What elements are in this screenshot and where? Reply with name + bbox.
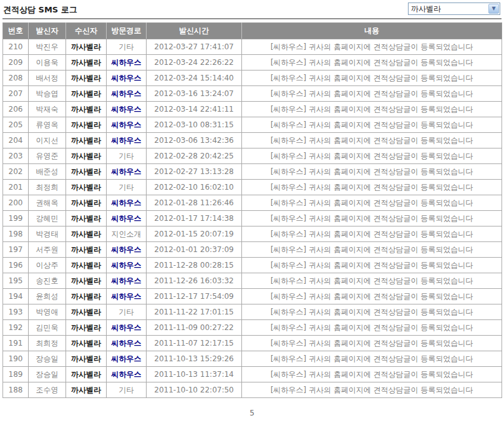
cell-receiver: 까사벨라 (66, 86, 107, 102)
cell-receiver: 까사벨라 (66, 320, 107, 336)
cell-receiver: 까사벨라 (66, 273, 107, 289)
cell-visit-path-link[interactable]: 씨하우스 (107, 86, 147, 102)
cell-content: [씨하우스] 귀사의 홈페이지에 견적상담글이 등록되었습니다 (242, 180, 502, 195)
cell-send-time: 2012-03-27 17:41:07 (147, 39, 242, 55)
cell-sender: 이지선 (29, 133, 66, 148)
cell-send-time: 2012-02-28 20:42:25 (147, 148, 242, 164)
cell-sender: 장승일 (29, 351, 66, 367)
cell-receiver: 까사벨라 (66, 102, 107, 117)
cell-visit-path-link[interactable]: 씨하우스 (107, 242, 147, 258)
table-row: 195 송진호 까사벨라 씨하우스 2011-12-26 16:03:32 [씨… (3, 273, 502, 289)
cell-visit-path-link[interactable]: 씨하우스 (107, 117, 147, 133)
cell-sender: 유영준 (29, 148, 66, 164)
cell-no: 198 (3, 226, 29, 242)
cell-sender: 박승엽 (29, 86, 66, 102)
cell-visit-path: 기타 (107, 180, 147, 195)
table-row: 208 배서정 까사벨라 씨하우스 2012-03-24 15:14:40 [씨… (3, 71, 502, 86)
table-row: 199 강혜민 까사벨라 씨하우스 2012-01-17 17:14:38 [씨… (3, 211, 502, 226)
page-link-5[interactable]: 5 (0, 406, 504, 433)
sms-table-body: 210 박진우 까사벨라 기타 2012-03-27 17:41:07 [씨하우… (3, 39, 502, 398)
table-row: 202 배준성 까사벨라 씨하우스 2012-02-27 13:13:28 [씨… (3, 164, 502, 180)
cell-sender: 서주원 (29, 242, 66, 258)
sms-log-page: 견적상담 SMS 로그 까사벨라 ▼ 번호 발신자 수신자 방문경로 발신시간 … (0, 0, 504, 433)
cell-receiver: 까사벨라 (66, 71, 107, 86)
cell-no: 197 (3, 242, 29, 258)
cell-content: [씨하우스] 귀사의 홈페이지에 견적상담글이 등록되었습니다 (242, 320, 502, 336)
cell-no: 204 (3, 133, 29, 148)
cell-no: 208 (3, 71, 29, 86)
cell-visit-path-link[interactable]: 씨하우스 (107, 258, 147, 273)
cell-receiver: 까사벨라 (66, 195, 107, 211)
page-links: 1|2|3|4|5|6|7|8|9 (0, 406, 504, 433)
cell-visit-path-link[interactable]: 씨하우스 (107, 336, 147, 351)
cell-visit-path-link[interactable]: 씨하우스 (107, 55, 147, 71)
sms-log-table: 번호 발신자 수신자 방문경로 발신시간 내용 210 박진우 까사벨라 기타 … (2, 22, 502, 398)
cell-visit-path: 기타 (107, 304, 147, 320)
cell-no: 206 (3, 102, 29, 117)
cell-no: 207 (3, 86, 29, 102)
company-filter-select[interactable]: 까사벨라 ▼ (408, 2, 500, 15)
cell-send-time: 2012-02-27 13:13:28 (147, 164, 242, 180)
cell-sender: 최희정 (29, 336, 66, 351)
cell-receiver: 까사벨라 (66, 242, 107, 258)
cell-visit-path-link[interactable]: 씨하우스 (107, 289, 147, 304)
cell-receiver: 까사벨라 (66, 39, 107, 55)
cell-sender: 배서정 (29, 71, 66, 86)
cell-no: 205 (3, 117, 29, 133)
cell-content: [씨하우스] 귀사의 홈페이지에 견적상담글이 등록되었습니다 (242, 71, 502, 86)
cell-content: [씨하우스] 귀사의 홈페이지에 견적상담글이 등록되었습니다 (242, 133, 502, 148)
table-row: 200 권해옥 까사벨라 씨하우스 2012-01-28 11:26:46 [씨… (3, 195, 502, 211)
cell-sender: 윤희성 (29, 289, 66, 304)
cell-sender: 강혜민 (29, 211, 66, 226)
cell-sender: 이상주 (29, 258, 66, 273)
cell-visit-path-link[interactable]: 씨하우스 (107, 71, 147, 86)
cell-sender: 김민욱 (29, 320, 66, 336)
cell-sender: 박영애 (29, 304, 66, 320)
cell-no: 199 (3, 211, 29, 226)
cell-no: 191 (3, 336, 29, 351)
cell-send-time: 2011-10-10 22:07:50 (147, 382, 242, 398)
table-row: 196 이상주 까사벨라 씨하우스 2011-12-28 00:28:15 [씨… (3, 258, 502, 273)
table-row: 209 이용욱 까사벨라 씨하우스 2012-03-24 22:26:22 [씨… (3, 55, 502, 71)
cell-visit-path-link[interactable]: 씨하우스 (107, 133, 147, 148)
cell-send-time: 2011-10-13 11:37:14 (147, 367, 242, 382)
cell-receiver: 까사벨라 (66, 336, 107, 351)
col-header-visit-path: 방문경로 (107, 23, 147, 39)
cell-content: [씨하우스] 귀사의 홈페이지에 견적상담글이 등록되었습니다 (242, 102, 502, 117)
cell-visit-path-link[interactable]: 씨하우스 (107, 351, 147, 367)
page-title: 견적상담 SMS 로그 (3, 4, 77, 16)
col-header-receiver: 수신자 (66, 23, 107, 39)
chevron-down-icon: ▼ (488, 4, 499, 14)
cell-content: [씨하우스] 귀사의 홈페이지에 견적상담글이 등록되었습니다 (242, 55, 502, 71)
cell-content: [씨하우스] 귀사의 홈페이지에 견적상담글이 등록되었습니다 (242, 273, 502, 289)
cell-send-time: 2012-01-15 20:07:19 (147, 226, 242, 242)
cell-no: 201 (3, 180, 29, 195)
cell-visit-path-link[interactable]: 씨하우스 (107, 164, 147, 180)
cell-send-time: 2011-12-17 17:54:09 (147, 289, 242, 304)
cell-visit-path-link[interactable]: 씨하우스 (107, 195, 147, 211)
cell-content: [씨하우스] 귀사의 홈페이지에 견적상담글이 등록되었습니다 (242, 304, 502, 320)
table-row: 201 최정희 까사벨라 기타 2012-02-10 16:02:10 [씨하우… (3, 180, 502, 195)
cell-no: 189 (3, 367, 29, 382)
title-divider (2, 18, 502, 19)
cell-receiver: 까사벨라 (66, 211, 107, 226)
table-row: 190 장승일 까사벨라 씨하우스 2011-10-13 15:29:26 [씨… (3, 351, 502, 367)
table-row: 204 이지선 까사벨라 씨하우스 2012-03-06 13:42:36 [씨… (3, 133, 502, 148)
table-row: 198 박경태 까사벨라 지인소개 2012-01-15 20:07:19 [씨… (3, 226, 502, 242)
cell-visit-path-link[interactable]: 씨하우스 (107, 367, 147, 382)
cell-visit-path-link[interactable]: 씨하우스 (107, 211, 147, 226)
cell-no: 196 (3, 258, 29, 273)
cell-content: [씨하우스] 귀사의 홈페이지에 견적상담글이 등록되었습니다 (242, 86, 502, 102)
table-row: 210 박진우 까사벨라 기타 2012-03-27 17:41:07 [씨하우… (3, 39, 502, 55)
cell-receiver: 까사벨라 (66, 258, 107, 273)
cell-send-time: 2012-03-24 15:14:40 (147, 71, 242, 86)
cell-send-time: 2012-01-17 17:14:38 (147, 211, 242, 226)
cell-visit-path-link[interactable]: 씨하우스 (107, 320, 147, 336)
cell-receiver: 까사벨라 (66, 117, 107, 133)
cell-sender: 박진우 (29, 39, 66, 55)
cell-receiver: 까사벨라 (66, 55, 107, 71)
cell-visit-path-link[interactable]: 씨하우스 (107, 273, 147, 289)
cell-visit-path-link[interactable]: 씨하우스 (107, 102, 147, 117)
cell-no: 190 (3, 351, 29, 367)
table-row: 192 김민욱 까사벨라 씨하우스 2011-11-09 00:27:22 [씨… (3, 320, 502, 336)
